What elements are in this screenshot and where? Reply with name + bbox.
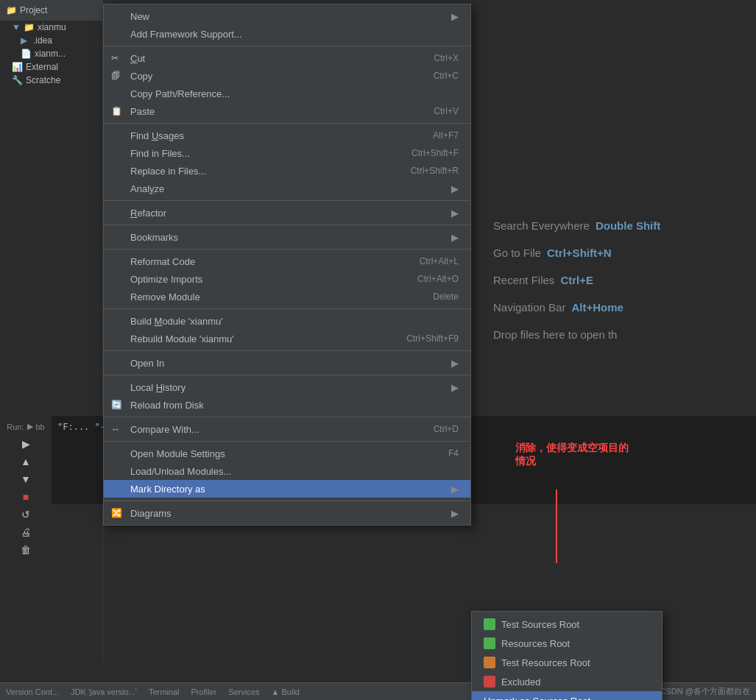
menu-item-module-settings[interactable]: Open Module Settings F4 xyxy=(104,445,470,462)
menu-item-optimize[interactable]: Optimize Imports Ctrl+Alt+O xyxy=(104,270,470,288)
menu-item-open-in-label: Open In xyxy=(130,358,445,369)
menu-item-local-history[interactable]: Local History ▶ xyxy=(104,378,470,396)
menu-item-find-in-files[interactable]: Find in Files... Ctrl+Shift+F xyxy=(104,144,470,162)
submenu-item-resources-label: Resources Root xyxy=(501,638,570,649)
compare-icon: ↔ xyxy=(111,424,120,434)
submenu-item-test-resources-label: Test Resources Root xyxy=(501,657,590,668)
menu-item-copy[interactable]: 🗐 Copy Ctrl+C xyxy=(104,67,470,85)
status-terminal[interactable]: Terminal xyxy=(149,687,180,696)
run-down-button[interactable]: ▼ xyxy=(15,471,37,487)
status-build[interactable]: ▲ Build xyxy=(272,687,300,696)
run-icon: ▶ xyxy=(27,422,33,431)
right-panel: Search Everywhere Double Shift Go to Fil… xyxy=(478,199,756,364)
menu-item-new-label: New xyxy=(130,11,445,22)
project-item-xianmu[interactable]: ▼ 📁 xianmu xyxy=(0,21,102,34)
run-print-button[interactable]: 🖨 xyxy=(15,524,37,540)
menu-item-rebuild-module[interactable]: Rebuild Module 'xianmu' Ctrl+Shift+F9 xyxy=(104,330,470,347)
menu-item-add-framework[interactable]: Add Framework Support... xyxy=(104,25,470,43)
menu-item-find-usages[interactable]: Find Usages Alt+F7 xyxy=(104,127,470,144)
menu-item-compare-with[interactable]: ↔ Compare With... Ctrl+D xyxy=(104,420,470,438)
menu-item-add-framework-label: Add Framework Support... xyxy=(130,29,459,40)
folder-expand-icon: ▼ xyxy=(12,22,21,32)
menu-item-load-modules[interactable]: Load/Unload Modules... xyxy=(104,462,470,480)
project-item-external[interactable]: 📊 External xyxy=(0,60,102,74)
run-label: Run: xyxy=(7,423,24,431)
menu-item-find-in-files-label: Find in Files... xyxy=(130,148,382,159)
menu-item-open-in[interactable]: Open In ▶ xyxy=(104,354,470,372)
scratch-icon: 🔧 xyxy=(12,75,23,85)
run-up-button[interactable]: ▲ xyxy=(15,453,37,470)
run-toolbar: Run: ▶ bb ▶ ▲ ▼ ■ ↺ 🖨 🗑 xyxy=(0,416,52,561)
submenu-item-excluded[interactable]: Excluded xyxy=(472,672,662,691)
project-item-idea[interactable]: ▶ .idea xyxy=(0,34,102,47)
menu-item-mark-directory[interactable]: Mark Directory as ▶ xyxy=(104,480,470,498)
menu-item-find-in-files-shortcut: Ctrl+Shift+F xyxy=(411,148,459,158)
test-resources-folder-icon xyxy=(484,657,495,668)
status-version-control[interactable]: Version Cont... xyxy=(6,687,59,696)
menu-item-bookmarks[interactable]: Bookmarks ▶ xyxy=(104,228,470,246)
folder-icon-idea: ▶ xyxy=(21,35,27,46)
run-stop-button[interactable]: ■ xyxy=(15,489,37,505)
menu-item-rebuild-module-label: Rebuild Module 'xianmu' xyxy=(130,333,377,344)
separator-11 xyxy=(104,501,470,501)
project-header[interactable]: 📁 Project xyxy=(0,0,102,21)
menu-arrow-refactor: ▶ xyxy=(451,208,459,219)
folder-icon: 📁 xyxy=(24,22,35,32)
menu-item-paste-label: Paste xyxy=(130,106,404,117)
menu-item-compare-with-label: Compare With... xyxy=(130,424,404,435)
run-play-button[interactable]: ▶ xyxy=(15,436,37,452)
hint-recent-key: Ctrl+E xyxy=(560,268,593,292)
status-profiler[interactable]: Profiler xyxy=(191,687,217,696)
menu-item-remove-module[interactable]: Remove Module Delete xyxy=(104,288,470,305)
copy-icon: 🗐 xyxy=(111,71,120,81)
status-jdk[interactable]: JDK 'java versio...' xyxy=(71,687,137,696)
run-clear-button[interactable]: 🗑 xyxy=(15,542,37,558)
separator-4 xyxy=(104,225,470,225)
run-tab[interactable]: Run: ▶ bb xyxy=(1,419,51,434)
menu-item-paste[interactable]: 📋 Paste Ctrl+V xyxy=(104,102,470,120)
menu-item-compare-with-shortcut: Ctrl+D xyxy=(434,424,459,434)
context-menu: New ▶ Add Framework Support... ✂ Cut Ctr… xyxy=(103,4,471,526)
project-item-external-label: External xyxy=(26,62,58,72)
submenu-item-unmark[interactable]: Unmark as Sources Root xyxy=(472,691,662,700)
submenu-item-test-sources[interactable]: Test Sources Root xyxy=(472,615,662,634)
submenu-item-test-resources[interactable]: Test Resources Root xyxy=(472,653,662,672)
menu-item-optimize-shortcut: Ctrl+Alt+O xyxy=(417,274,459,284)
menu-item-copy-path[interactable]: Copy Path/Reference... xyxy=(104,85,470,102)
menu-item-copy-shortcut: Ctrl+C xyxy=(434,71,459,81)
excluded-folder-icon xyxy=(484,676,495,687)
menu-item-cut[interactable]: ✂ Cut Ctrl+X xyxy=(104,49,470,67)
project-item-xianm[interactable]: 📄 xianm... xyxy=(0,47,102,60)
project-icon: 📁 xyxy=(6,5,17,15)
menu-item-remove-module-label: Remove Module xyxy=(130,291,403,303)
menu-item-reformat[interactable]: Reformat Code Ctrl+Alt+L xyxy=(104,252,470,270)
status-services[interactable]: Services xyxy=(228,687,259,696)
file-icon: 📄 xyxy=(21,49,32,59)
menu-item-new[interactable]: New ▶ xyxy=(104,7,470,25)
menu-item-build-module[interactable]: Build Module 'xianmu' xyxy=(104,312,470,330)
menu-arrow-bookmarks: ▶ xyxy=(451,232,459,243)
menu-item-analyze[interactable]: Analyze ▶ xyxy=(104,180,470,197)
menu-arrow-diagrams: ▶ xyxy=(451,508,459,519)
menu-item-find-usages-label: Find Usages xyxy=(130,130,403,141)
menu-item-diagrams[interactable]: 🔀 Diagrams ▶ xyxy=(104,504,470,522)
menu-item-copy-path-label: Copy Path/Reference... xyxy=(130,88,459,99)
project-item-scratche[interactable]: 🔧 Scratche xyxy=(0,74,102,87)
menu-item-reload-disk[interactable]: 🔄 Reload from Disk xyxy=(104,396,470,414)
annotation-arrow-line xyxy=(556,489,557,563)
test-sources-folder-icon xyxy=(484,618,495,630)
menu-item-optimize-label: Optimize Imports xyxy=(130,274,388,285)
hint-search-key: Double Shift xyxy=(596,213,660,238)
project-item-xianm-label: xianm... xyxy=(35,49,66,59)
menu-item-refactor[interactable]: Refactor ▶ xyxy=(104,204,470,222)
hint-drop-text: Drop files here to open th xyxy=(493,322,617,347)
menu-item-replace[interactable]: Replace in Files... Ctrl+Shift+R xyxy=(104,162,470,180)
menu-item-remove-module-shortcut: Delete xyxy=(433,291,459,302)
menu-item-diagrams-label: Diagrams xyxy=(130,508,445,519)
menu-item-mark-directory-label: Mark Directory as xyxy=(130,484,445,495)
menu-item-reformat-shortcut: Ctrl+Alt+L xyxy=(420,256,459,266)
submenu-item-resources[interactable]: Resources Root xyxy=(472,634,662,653)
run-rerun-button[interactable]: ↺ xyxy=(15,506,37,523)
hint-navbar-key: Alt+Home xyxy=(571,295,623,319)
status-csdn: CSDN @各个方面都自在 xyxy=(660,686,750,697)
